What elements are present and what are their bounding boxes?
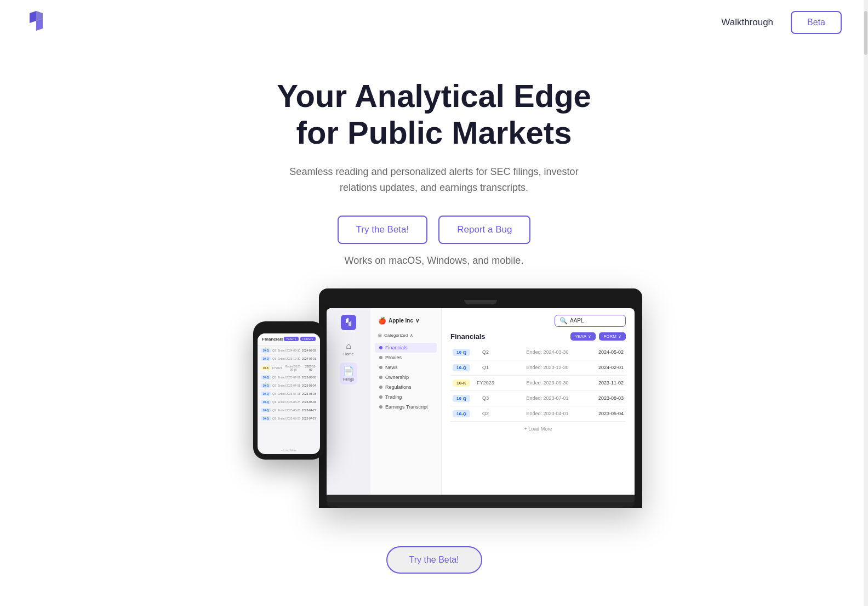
filing-date: 2023-08-03 xyxy=(598,395,624,401)
phone-filing-row: 10-Q Q1 Ended 2023-03-25 2023-05-04 xyxy=(260,398,318,406)
laptop-top-bar xyxy=(327,296,635,308)
phone-app: Financials YEAR ∨ FORM ∨ 10-Q Q2 Ended 2… xyxy=(258,333,320,454)
laptop-mockup: ⌂ Home 📄 Filings 🍎 Apple Inc xyxy=(319,288,642,508)
filing-ended: Ended: 2023-04-01 xyxy=(501,411,594,416)
sidebar-item-label: Home xyxy=(344,352,354,356)
nav-dot-icon xyxy=(379,346,382,349)
filings-icon: 📄 xyxy=(343,366,354,376)
phone-filing-row: 10-Q Q1 Ended 2023-12-30 2024-02-01 xyxy=(260,355,318,363)
filing-row[interactable]: 10-K FY2023 Ended: 2023-09-30 2023-11-02 xyxy=(450,376,626,391)
phone-badge: 10-Q xyxy=(261,375,271,380)
app-sidebar: ⌂ Home 📄 Filings xyxy=(327,308,370,495)
nav-dot-icon xyxy=(379,376,382,379)
phone-filing-rows: 10-Q Q2 Ended 2024-03-30 2024-05-02 10-Q… xyxy=(258,346,320,446)
app-top-bar: 🔍 AAPL xyxy=(450,315,626,327)
phone-load-more[interactable]: + Load More xyxy=(258,446,320,454)
nav-dot-icon xyxy=(379,356,382,359)
section-title: Financials xyxy=(450,332,486,341)
chevron-down-icon: ∨ xyxy=(618,334,621,339)
filing-row[interactable]: 10-Q Q1 Ended: 2023-12-30 2024-02-01 xyxy=(450,360,626,376)
phone-filing-row: 10-K FY2023 Ended 2023-09-30 2023-11-02 xyxy=(260,363,318,373)
nav-dot-icon xyxy=(379,386,382,389)
nav-item-financials[interactable]: Financials xyxy=(375,343,437,353)
phone-chip-form: FORM ∨ xyxy=(300,337,316,341)
filing-ended: Ended: 2023-09-30 xyxy=(501,380,594,386)
hero-headline: Your Analytical Edge for Public Markets xyxy=(231,78,637,151)
filing-badge: 10-Q xyxy=(453,410,470,417)
sidebar-item-filings[interactable]: 📄 Filings xyxy=(340,363,357,384)
scrollbar-thumb[interactable] xyxy=(864,11,867,55)
phone-notch xyxy=(275,327,302,331)
logo[interactable] xyxy=(26,10,46,35)
phone-badge: 10-Q xyxy=(261,416,271,421)
grid-icon: ⊞ xyxy=(378,333,382,338)
phone-chip-year: YEAR ∨ xyxy=(284,337,299,341)
phone-badge: 10-Q xyxy=(261,408,271,412)
filing-badge: 10-Q xyxy=(453,349,470,356)
sidebar-item-label: Filings xyxy=(343,377,354,381)
nav-dot-icon xyxy=(379,405,382,409)
nav-item-ownership[interactable]: Ownership xyxy=(375,372,437,382)
navbar: Walkthrough Beta xyxy=(0,0,868,45)
phone-badge: 10-Q xyxy=(261,348,271,353)
search-bar[interactable]: 🔍 AAPL xyxy=(555,315,626,327)
filing-date: 2024-02-01 xyxy=(598,365,624,370)
bottom-try-beta-button[interactable]: Try the Beta! xyxy=(386,546,482,574)
filing-row[interactable]: 10-Q Q2 Ended: 2023-04-01 2023-05-04 xyxy=(450,406,626,422)
filing-period: Q2 xyxy=(475,411,496,416)
filing-period: Q2 xyxy=(475,349,496,355)
nav-item-proxies[interactable]: Proxies xyxy=(375,353,437,363)
chevron-down-icon: ∨ xyxy=(588,334,591,339)
filing-ended: Ended: 2024-03-30 xyxy=(501,349,594,355)
filing-row[interactable]: 10-Q Q3 Ended: 2023-07-01 2023-08-03 xyxy=(450,391,626,406)
nav-item-regulations[interactable]: Regulations xyxy=(375,382,437,392)
walkthrough-link[interactable]: Walkthrough xyxy=(721,17,773,28)
phone-filter-chips: YEAR ∨ FORM ∨ xyxy=(284,337,316,341)
filing-period: Q3 xyxy=(475,395,496,401)
sidebar-item-home[interactable]: ⌂ Home xyxy=(340,338,357,359)
filing-period: Q1 xyxy=(475,365,496,370)
app-main-content: 🔍 AAPL Financials YEAR ∨ xyxy=(442,308,635,495)
app-nav-panel: 🍎 Apple Inc ∨ ⊞ Categorized ∧ Financials xyxy=(370,308,442,495)
year-filter-chip[interactable]: YEAR ∨ xyxy=(570,332,596,341)
sidebar-logo xyxy=(341,315,356,330)
phone-filing-row: 10-Q Q2 Ended 2023-03-26 2023-04-27 xyxy=(260,406,318,415)
phone-filing-row: 10-Q Q2 Ended 2024-03-30 2024-05-02 xyxy=(260,347,318,355)
hero-section: Your Analytical Edge for Public Markets … xyxy=(0,45,868,530)
filing-ended: Ended: 2023-12-30 xyxy=(501,365,594,370)
hero-buttons: Try the Beta! Report a Bug xyxy=(11,216,857,244)
nav-dot-icon xyxy=(379,395,382,399)
device-showcase: Financials YEAR ∨ FORM ∨ 10-Q Q2 Ended 2… xyxy=(242,288,626,519)
hero-subtext: Seamless reading and personalized alerts… xyxy=(286,164,582,196)
filing-date: 2024-05-02 xyxy=(598,349,624,355)
try-beta-button[interactable]: Try the Beta! xyxy=(338,216,428,244)
laptop-notch xyxy=(464,300,497,304)
filing-row[interactable]: 10-Q Q2 Ended: 2024-03-30 2024-05-02 xyxy=(450,345,626,360)
load-more-button[interactable]: + Load More xyxy=(450,422,626,436)
nav-item-trading[interactable]: Trading xyxy=(375,392,437,402)
phone-badge: 10-K xyxy=(261,366,271,370)
form-filter-chip[interactable]: FORM ∨ xyxy=(599,332,626,341)
report-bug-button[interactable]: Report a Bug xyxy=(438,216,530,244)
filing-date: 2023-11-02 xyxy=(598,380,624,386)
filing-date: 2023-05-04 xyxy=(598,411,624,416)
phone-filing-row: 10-Q Q3 Ended 2022-06-25 2022-07-27 xyxy=(260,415,318,423)
nav-item-earnings-transcript[interactable]: Earnings Transcript xyxy=(375,402,437,412)
dropdown-icon: ∨ xyxy=(415,318,419,324)
search-value: AAPL xyxy=(570,318,584,324)
nav-right: Walkthrough Beta xyxy=(721,11,842,34)
phone-filing-row: 10-Q Q2 Ended 2023-04-01 2023-05-04 xyxy=(260,382,318,390)
phone-badge: 10-Q xyxy=(261,400,271,404)
phone-section-title: Financials xyxy=(262,337,283,342)
scrollbar[interactable] xyxy=(864,0,868,606)
phone-badge: 10-Q xyxy=(261,383,271,388)
search-icon: 🔍 xyxy=(559,317,568,325)
phone-filing-row: 10-Q Q3 Ended 2023-07-01 2023-08-03 xyxy=(260,390,318,398)
platform-note: Works on macOS, Windows, and mobile. xyxy=(286,253,582,269)
phone-badge: 10-Q xyxy=(261,356,271,361)
beta-button[interactable]: Beta xyxy=(791,11,842,34)
filing-badge: 10-Q xyxy=(453,364,470,371)
nav-item-news[interactable]: News xyxy=(375,363,437,372)
laptop-screen: ⌂ Home 📄 Filings 🍎 Apple Inc xyxy=(327,308,635,495)
filing-ended: Ended: 2023-07-01 xyxy=(501,395,594,401)
